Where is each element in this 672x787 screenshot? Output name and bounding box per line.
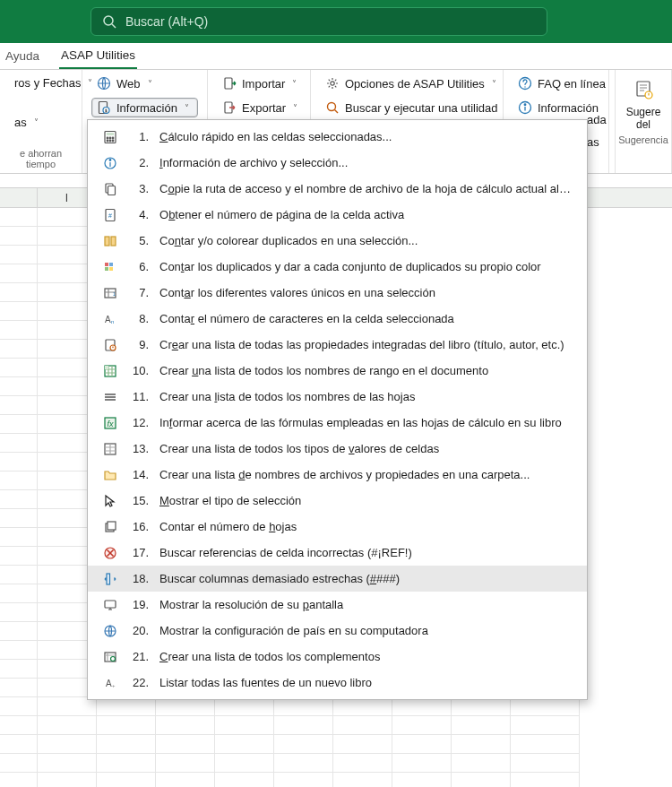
svg-rect-45 <box>105 366 108 369</box>
menu-item-5[interactable]: 5.Contar y/o colorear duplicados en una … <box>88 228 587 254</box>
menu-item-label: Mostrar la resolución de su pantalla <box>159 598 573 611</box>
menu-item-label: Crear una lista de todos los nombres de … <box>159 390 573 403</box>
cut-text-ada: ada <box>587 113 607 126</box>
search-placeholder: Buscar (Alt+Q) <box>125 14 208 29</box>
menu-item-4[interactable]: #4.Obtener el número de página de la cel… <box>88 202 587 228</box>
menu-item-17[interactable]: 17.Buscar referencias de celda incorrect… <box>88 540 587 566</box>
svg-rect-33 <box>111 237 116 246</box>
svg-rect-37 <box>109 267 113 271</box>
menu-item-10[interactable]: 10.Crear una lista de todos los nombres … <box>88 358 587 384</box>
menu-item-number: 8. <box>129 312 149 325</box>
importar-button[interactable]: Importar˅ <box>217 74 301 93</box>
tab-strip: Ayuda ASAP Utilities <box>0 43 672 70</box>
svg-rect-18 <box>107 133 114 135</box>
menu-item-15[interactable]: 15.Mostrar el tipo de selección <box>88 488 587 514</box>
plug-icon <box>102 649 118 665</box>
menu-item-label: Mostrar el tipo de selección <box>159 494 573 507</box>
menu-item-3[interactable]: 3.Copie la ruta de acceso y el nombre de… <box>88 176 587 202</box>
menu-item-number: 12. <box>129 416 149 429</box>
cursor-icon <box>102 493 118 509</box>
menu-item-14[interactable]: 14.Crear una lista de nombres de archivo… <box>88 462 587 488</box>
menu-item-number: 3. <box>129 182 149 195</box>
row-header-corner[interactable] <box>0 188 38 207</box>
menu-item-label: Crear una lista de todos los complemento… <box>159 650 573 663</box>
menu-item-label: Listar todas las fuentes de un nuevo lib… <box>159 676 573 689</box>
export-icon <box>222 100 237 115</box>
svg-point-22 <box>107 140 108 142</box>
unique-icon: 1 <box>102 285 118 301</box>
menu-item-number: 22. <box>129 676 149 689</box>
svg-point-0 <box>104 16 113 25</box>
char-count-icon: An <box>102 311 118 327</box>
menu-item-number: 7. <box>129 286 149 299</box>
menu-item-7[interactable]: 17.Contar los diferentes valores únicos … <box>88 280 587 306</box>
menu-item-22[interactable]: A+22.Listar todas las fuentes de un nuev… <box>88 670 587 696</box>
copy-icon <box>102 181 118 197</box>
menu-item-12[interactable]: fx12.Informar acerca de las fórmulas emp… <box>88 410 587 436</box>
types-icon <box>102 441 118 457</box>
menu-item-label: Contar el número de caracteres en la cel… <box>159 312 573 325</box>
menu-item-number: 16. <box>129 520 149 533</box>
search-input[interactable]: Buscar (Alt+Q) <box>90 7 547 36</box>
menu-item-number: 10. <box>129 364 149 377</box>
svg-rect-29 <box>108 186 116 195</box>
menu-item-label: Información de archivo y selección... <box>159 156 573 169</box>
svg-point-20 <box>109 137 111 139</box>
menu-item-1[interactable]: 1.Cálculo rápido en las celdas seleccion… <box>88 124 587 150</box>
faq-button[interactable]: FAQ en línea <box>513 74 599 93</box>
svg-text:#: # <box>108 212 112 219</box>
menu-item-18[interactable]: 18.Buscar columnas demasiado estrechas (… <box>88 566 587 592</box>
svg-text:A: A <box>106 679 112 688</box>
menu-item-9[interactable]: 9.Crear una lista de todas las propiedad… <box>88 332 587 358</box>
svg-text:+: + <box>112 683 116 688</box>
menu-item-13[interactable]: 13.Crear una lista de todos los tipos de… <box>88 436 587 462</box>
opciones-button[interactable]: Opciones de ASAP Utilities˅ <box>320 74 494 93</box>
numbers-dates-button[interactable]: ros y Fechas˅ <box>9 74 73 92</box>
svg-point-24 <box>112 140 114 142</box>
menu-item-label: Contar el número de hojas <box>159 520 573 533</box>
svg-rect-34 <box>105 263 108 266</box>
sheets-list-icon <box>102 389 118 405</box>
buscar-utilidad-button[interactable]: Buscar y ejecutar una utilidad <box>320 98 494 117</box>
svg-rect-35 <box>109 263 113 266</box>
web-button[interactable]: Web˅ <box>91 74 198 93</box>
svg-point-19 <box>107 137 108 139</box>
menu-item-20[interactable]: 20.Mostrar la configuración de país en s… <box>88 618 587 644</box>
question-icon <box>518 76 532 91</box>
menu-item-label: Contar los diferentes valores únicos en … <box>159 286 573 299</box>
informacion-button[interactable]: i Información˅ <box>91 98 198 117</box>
folder-icon <box>102 467 118 483</box>
more-button-1[interactable]: as˅ <box>9 113 73 132</box>
props-icon <box>102 337 118 353</box>
menu-item-19[interactable]: 19.Mostrar la resolución de su pantalla <box>88 592 587 618</box>
menu-item-6[interactable]: 6.Contar los duplicados y dar a cada con… <box>88 254 587 280</box>
sugerencias-button[interactable]: Sugeredel <box>616 74 671 132</box>
globe-icon <box>97 76 111 91</box>
menu-item-label: Obtener el número de página de la celda … <box>159 208 573 221</box>
menu-item-number: 11. <box>129 390 149 403</box>
menu-item-number: 14. <box>129 468 149 481</box>
group-label-timesave: e ahorran tiempo <box>9 145 73 173</box>
menu-item-8[interactable]: An8.Contar el número de caracteres en la… <box>88 306 587 332</box>
dup-count-icon <box>102 233 118 249</box>
menu-item-16[interactable]: 16.Contar el número de hojas <box>88 514 587 540</box>
menu-item-label: Crear una lista de todos los tipos de va… <box>159 442 573 455</box>
menu-item-2[interactable]: 2.Información de archivo y selección... <box>88 150 587 176</box>
globe-icon <box>102 623 118 639</box>
tab-asap-utilities[interactable]: ASAP Utilities <box>59 43 137 69</box>
svg-point-14 <box>524 104 526 106</box>
svg-text:n: n <box>111 319 114 324</box>
svg-point-27 <box>109 159 111 160</box>
menu-item-11[interactable]: 11.Crear una lista de todos los nombres … <box>88 384 587 410</box>
exportar-button[interactable]: Exportar˅ <box>217 98 301 117</box>
menu-item-number: 6. <box>129 260 149 273</box>
menu-item-21[interactable]: 21.Crear una lista de todos los compleme… <box>88 644 587 670</box>
svg-line-10 <box>335 110 339 114</box>
menu-item-label: Crear una lista de nombres de archivos y… <box>159 468 573 481</box>
ranges-icon <box>102 363 118 379</box>
tab-help[interactable]: Ayuda <box>4 43 41 69</box>
menu-item-label: Informar acerca de las fórmulas empleada… <box>159 416 573 429</box>
svg-rect-54 <box>107 574 110 584</box>
svg-line-1 <box>112 24 116 28</box>
svg-rect-36 <box>105 267 108 271</box>
